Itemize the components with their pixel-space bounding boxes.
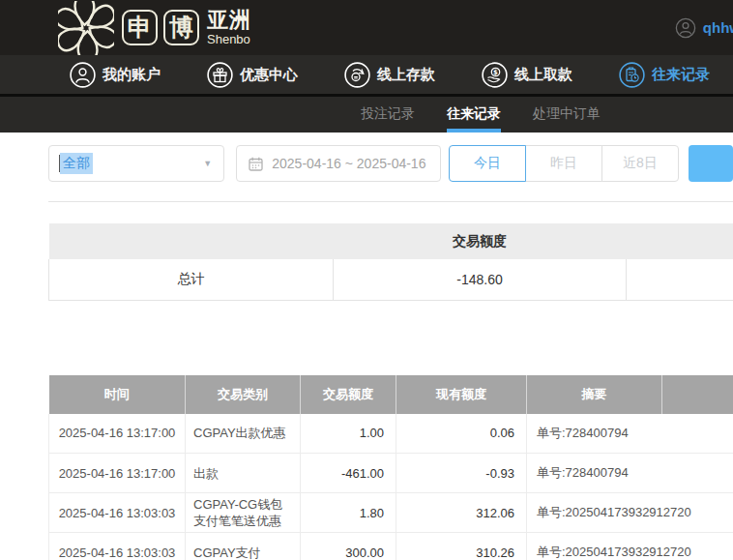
column-header-amount: 交易额度 [301, 375, 396, 414]
user-avatar-icon [675, 17, 696, 39]
transaction-type-select[interactable]: 全部 ▼ [48, 145, 224, 182]
logo-latin-text: Shenbo [207, 33, 251, 45]
search-button[interactable] [689, 145, 733, 182]
table-cell: 312.06 [396, 493, 527, 533]
column-header-type: 交易类别 [186, 375, 301, 414]
username-text: qhhw [703, 19, 733, 36]
summary-header-amount: 交易额度 [334, 223, 627, 259]
date-range-picker[interactable]: 2025-04-16 ~ 2025-04-16 [236, 145, 441, 182]
summary-header-row: 交易额度 [49, 223, 733, 259]
nav-item-withdraw[interactable]: $ 线上取款 [482, 62, 572, 88]
table-cell: 310.26 [396, 533, 527, 560]
summary-header-empty [627, 223, 733, 259]
main-content: 全部 ▼ 2025-04-16 ~ 2025-04-16 今日 昨日 近8日 [0, 145, 733, 560]
quick-date-button-group: 今日 昨日 近8日 [449, 145, 679, 182]
logo-char-shen: 申 [122, 10, 158, 45]
section-divider [48, 201, 733, 202]
yesterday-button[interactable]: 昨日 [525, 145, 602, 182]
table-cell: 0.06 [396, 414, 527, 454]
logo-region-text: 亚洲 [207, 10, 251, 31]
nav-label: 线上取款 [514, 66, 572, 84]
nav-item-my-account[interactable]: 我的账户 [70, 62, 161, 88]
summary-total-value: -148.60 [334, 259, 627, 300]
brand-logo[interactable]: 申 博 亚洲 Shenbo [58, 1, 251, 55]
table-cell: 300.00 [301, 533, 396, 560]
top-header: 申 博 亚洲 Shenbo qhhw [0, 0, 733, 55]
transactions-table: 时间 交易类别 交易额度 现有额度 摘要 2025-04-16 13:17:00… [48, 375, 733, 560]
table-cell: 2025-04-16 13:03:03 [49, 493, 186, 533]
summary-header-empty [49, 223, 334, 259]
main-nav: 我的账户 优惠中心 线上存款 $ 线上取款 [0, 55, 733, 97]
tab-betting-records[interactable]: 投注记录 [361, 97, 415, 133]
table-cell: 单号:202504173932912720 [527, 493, 733, 533]
nav-label: 往来记录 [652, 66, 710, 84]
transactions-header-row: 时间 交易类别 交易额度 现有额度 摘要 [49, 375, 733, 414]
summary-table: 交易额度 总计 -148.60 [48, 223, 733, 301]
column-header-extra [662, 375, 733, 414]
deposit-icon [344, 62, 370, 88]
table-cell: -461.00 [301, 454, 396, 493]
gift-icon [207, 62, 233, 88]
column-header-time: 时间 [49, 375, 186, 414]
column-header-balance: 现有额度 [396, 375, 527, 414]
table-cell: CGPAY-CG钱包支付笔笔送优惠 [186, 493, 301, 533]
table-row: 2025-04-16 13:03:03CGPAY支付300.00310.26单号… [49, 533, 733, 560]
tab-transaction-records[interactable]: 往来记录 [447, 97, 501, 133]
nav-label: 线上存款 [377, 66, 435, 84]
sub-nav: 投注记录 往来记录 处理中订单 [0, 97, 733, 133]
records-icon [619, 62, 645, 88]
table-cell: 2025-04-16 13:17:00 [49, 414, 186, 454]
tab-pending-orders[interactable]: 处理中订单 [533, 97, 601, 133]
table-cell: 单号:202504173932912720 [527, 533, 733, 560]
table-cell: 单号:728400794 [527, 414, 733, 454]
table-cell: 单号:728400794 [527, 454, 733, 493]
table-cell: 1.00 [301, 414, 396, 454]
transactions-tbody: 2025-04-16 13:17:00CGPAY出款优惠1.000.06单号:7… [49, 414, 733, 560]
table-cell: -0.93 [396, 454, 527, 493]
calendar-icon [249, 157, 263, 171]
summary-empty-cell [627, 259, 733, 300]
filter-row: 全部 ▼ 2025-04-16 ~ 2025-04-16 今日 昨日 近8日 [48, 145, 733, 182]
last-8-days-button[interactable]: 近8日 [601, 145, 679, 182]
table-row: 2025-04-16 13:17:00CGPAY出款优惠1.000.06单号:7… [49, 414, 733, 454]
withdraw-icon: $ [482, 62, 508, 88]
table-cell: 1.80 [301, 493, 396, 533]
nav-label: 优惠中心 [240, 66, 298, 84]
chevron-down-icon: ▼ [203, 159, 212, 168]
table-cell: 2025-04-16 13:17:00 [49, 454, 186, 493]
account-icon [70, 62, 96, 88]
nav-label: 我的账户 [103, 66, 161, 84]
today-button[interactable]: 今日 [449, 145, 526, 182]
table-cell: CGPAY支付 [186, 533, 301, 560]
table-cell: 出款 [186, 454, 301, 493]
summary-total-row: 总计 -148.60 [49, 259, 733, 300]
table-row: 2025-04-16 13:03:03CGPAY-CG钱包支付笔笔送优惠1.80… [49, 493, 733, 533]
selected-type-value: 全部 [60, 153, 93, 174]
nav-item-promotions[interactable]: 优惠中心 [207, 62, 298, 88]
flower-logo-icon [58, 1, 114, 55]
user-account-area[interactable]: qhhw [675, 0, 733, 55]
column-header-summary: 摘要 [527, 375, 662, 414]
svg-text:$: $ [493, 69, 498, 76]
date-range-value: 2025-04-16 ~ 2025-04-16 [272, 156, 425, 171]
logo-char-bo: 博 [163, 10, 199, 45]
nav-item-deposit[interactable]: 线上存款 [344, 62, 435, 88]
nav-item-transaction-records[interactable]: 往来记录 [619, 62, 710, 88]
table-cell: 2025-04-16 13:03:03 [49, 533, 186, 560]
summary-total-label: 总计 [49, 259, 334, 300]
table-row: 2025-04-16 13:17:00出款-461.00-0.93单号:7284… [49, 454, 733, 493]
table-cell: CGPAY出款优惠 [186, 414, 301, 454]
